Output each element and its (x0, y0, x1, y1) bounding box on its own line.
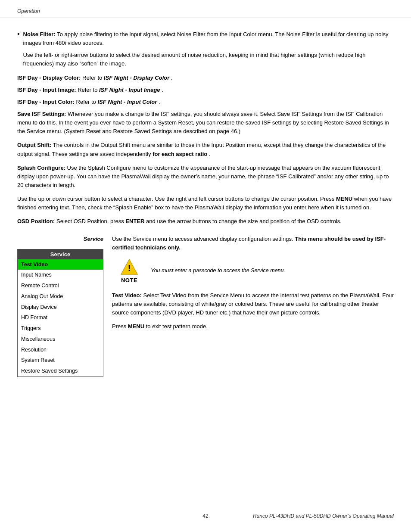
save-isf-text: Whenever you make a change to the ISF se… (17, 111, 389, 134)
service-menu-item-resolution[interactable]: Resolution (18, 345, 103, 355)
main-content: • Noise Filter: To apply noise filtering… (0, 30, 411, 377)
isf-day-input-image-text: Refer to (78, 87, 99, 93)
test-video-text: Select Test Video from the Service Menu … (112, 292, 394, 316)
service-menu-item-remote-control[interactable]: Remote Control (18, 280, 103, 291)
press-menu-bold: MENU (128, 323, 144, 330)
isf-day-input-image-label: ISF Day - Input Image: (17, 87, 76, 93)
note-row: ! NOTE You must enter a passcode to acce… (112, 258, 394, 283)
noise-filter-section: • Noise Filter: To apply noise filtering… (17, 30, 394, 68)
save-isf-section: Save ISF Settings: Whenever you make a c… (17, 110, 394, 136)
isf-day-display-color-italic: ISF Night - Display Color (104, 75, 169, 81)
note-triangle-icon: ! (120, 258, 139, 276)
osd-position-section: OSD Position: Select OSD Position, press… (17, 217, 394, 226)
save-isf-label: Save ISF Settings: (17, 111, 66, 117)
service-menu-item-system-reset[interactable]: System Reset (18, 355, 103, 366)
service-menu-header: Service (18, 249, 103, 259)
test-video-section: Test Video: Select Test Video from the S… (112, 291, 394, 317)
isf-day-input-color-end: . (159, 99, 160, 105)
top-section: • Noise Filter: To apply noise filtering… (17, 30, 394, 68)
isf-day-display-color-label: ISF Day - Display Color: (17, 75, 81, 81)
service-sidebar-label: Service (84, 236, 103, 242)
noise-filter-content: Noise Filter: To apply noise filtering t… (23, 30, 394, 68)
bullet-dot: • (17, 31, 20, 37)
service-menu-item-test-video[interactable]: Test Video (18, 259, 103, 270)
osd-position-text2: and use the arrow buttons to change the … (146, 218, 342, 224)
splash-configure-menu: MENU (336, 196, 352, 202)
splash-configure-label: Splash Configure: (17, 165, 65, 171)
output-shift-end: . (209, 151, 211, 157)
operation-label: Operation (17, 8, 40, 14)
service-row: Service Service Test Video Input Names R… (17, 235, 394, 377)
output-shift-section: Output Shift: The controls in the Output… (17, 141, 394, 158)
osd-position-label: OSD Position: (17, 218, 55, 224)
press-menu-text: Press (112, 323, 128, 330)
isf-day-input-color-text: Refer to (76, 99, 98, 105)
isf-day-display-color-end: . (171, 75, 173, 81)
isf-day-input-image: ISF Day - Input Image: Refer to ISF Nigh… (17, 86, 394, 94)
service-content: Use the Service menu to access advanced … (112, 235, 394, 377)
isf-day-input-image-end: . (162, 87, 163, 93)
output-shift-label: Output Shift: (17, 142, 51, 148)
press-menu-end: to exit test pattern mode. (146, 323, 208, 330)
service-intro-text: Use the Service menu to access advanced … (112, 236, 295, 242)
isf-day-input-image-italic: ISF Night - Input Image (99, 87, 160, 93)
service-menu-item-analog-out-mode[interactable]: Analog Out Mode (18, 291, 103, 302)
note-word: NOTE (121, 277, 137, 283)
service-menu-item-triggers[interactable]: Triggers (18, 323, 103, 334)
osd-position-enter: ENTER (125, 218, 144, 224)
output-shift-bold-end: for each aspect ratio (153, 151, 207, 157)
splash-configure-p2-start: Use the up or down cursor button to sele… (17, 196, 336, 202)
noise-filter-text2: Use the left- or right-arrow buttons to … (23, 51, 394, 68)
osd-position-text: Select OSD Position, press (56, 218, 125, 224)
service-menu-item-input-names[interactable]: Input Names (18, 270, 103, 280)
service-menu-box: Service Test Video Input Names Remote Co… (17, 249, 103, 377)
service-menu-item-display-device[interactable]: Display Device (18, 302, 103, 313)
manual-title: Runco PL-43DHD and PL-50DHD Owner’s Oper… (253, 513, 394, 519)
isf-day-display-color: ISF Day - Display Color: Refer to ISF Ni… (17, 74, 394, 82)
isf-day-input-color-label: ISF Day - Input Color: (17, 99, 75, 105)
page-header: Operation (0, 0, 411, 18)
isf-day-input-color: ISF Day - Input Color: Refer to ISF Nigh… (17, 98, 394, 106)
noise-filter-label: Noise Filter: (23, 31, 56, 37)
isf-day-input-color-italic: ISF Night - Input Color (97, 99, 157, 105)
service-sidebar: Service Service Test Video Input Names R… (17, 235, 112, 377)
isf-day-display-color-text: Refer to (82, 75, 104, 81)
splash-configure-p2: Use the up or down cursor button to sele… (17, 195, 394, 212)
test-video-label: Test Video: (112, 292, 142, 299)
splash-configure-text: Use the Splash Configure menu to customi… (17, 165, 389, 188)
splash-configure-section: Splash Configure: Use the Splash Configu… (17, 164, 394, 190)
service-intro-para: Use the Service menu to access advanced … (112, 235, 394, 252)
service-menu-item-miscellaneous[interactable]: Miscellaneous (18, 334, 103, 345)
page-container: Operation • Noise Filter: To apply noise… (0, 0, 411, 532)
svg-text:!: ! (128, 263, 131, 273)
note-italic-text: You must enter a passcode to access the … (151, 268, 285, 274)
press-menu-section: Press MENU to exit test pattern mode. (112, 322, 394, 331)
note-icon-wrap: ! NOTE (112, 258, 146, 283)
noise-filter-text1: To apply noise filtering to the input si… (23, 31, 389, 46)
service-menu-item-hd-format[interactable]: HD Format (18, 312, 103, 323)
page-footer: 42 Runco PL-43DHD and PL-50DHD Owner’s O… (0, 513, 411, 519)
page-number: 42 (202, 513, 208, 519)
service-menu-item-restore-saved-settings[interactable]: Restore Saved Settings (18, 366, 103, 376)
note-text-content: You must enter a passcode to access the … (151, 267, 285, 275)
